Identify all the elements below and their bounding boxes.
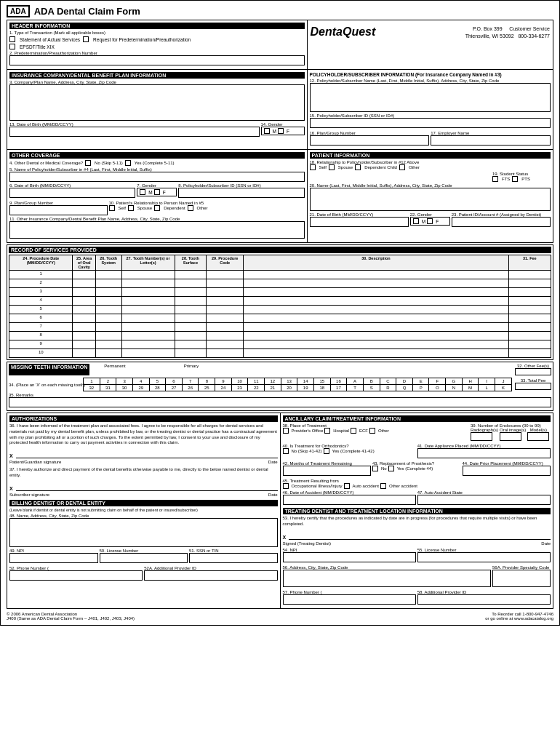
row8-area[interactable]	[73, 332, 95, 340]
row1-tooth[interactable]	[121, 271, 175, 279]
tooth-upper-9[interactable]: 9	[215, 378, 232, 385]
field22-f-check[interactable]	[427, 218, 433, 224]
pat-spouse-check[interactable]	[329, 164, 335, 170]
row4-description[interactable]	[244, 297, 508, 306]
tooth-lower-26[interactable]: 26	[182, 385, 199, 391]
field52a-input[interactable]	[144, 570, 277, 581]
row1-description[interactable]	[244, 271, 508, 279]
rel-self-check[interactable]	[109, 205, 115, 211]
tooth-upper-1[interactable]: 1	[84, 378, 100, 385]
tooth-lower-19[interactable]: 19	[297, 385, 314, 391]
field58-input[interactable]	[417, 594, 551, 605]
row10-code[interactable]	[207, 349, 244, 358]
checkbox-epsdt[interactable]	[9, 44, 15, 49]
tooth-upper-E[interactable]: E	[412, 378, 429, 385]
row5-tooth[interactable]	[121, 306, 175, 314]
tooth-upper-B[interactable]: B	[363, 378, 380, 385]
tooth-upper-11[interactable]: 11	[248, 378, 265, 385]
field48-input[interactable]	[9, 518, 278, 547]
field7-m-check[interactable]	[140, 189, 145, 195]
field7-f-check[interactable]	[154, 189, 160, 195]
row3-tooth[interactable]	[121, 288, 175, 297]
tooth-lower-28[interactable]: 28	[149, 385, 166, 391]
row5-system[interactable]	[95, 306, 121, 314]
row6-area[interactable]	[73, 314, 95, 323]
row2-date[interactable]: 2	[9, 279, 73, 288]
row9-fee[interactable]	[508, 340, 551, 349]
tooth-lower-S[interactable]: S	[363, 385, 380, 391]
row5-area[interactable]	[73, 306, 95, 314]
table-row[interactable]: 9	[9, 340, 551, 349]
row2-area[interactable]	[73, 279, 95, 288]
tooth-lower-N[interactable]: N	[446, 385, 463, 391]
field47-input[interactable]	[417, 495, 551, 505]
tooth-lower-31[interactable]: 31	[100, 385, 116, 391]
tooth-upper-J[interactable]: J	[495, 378, 512, 385]
row7-description[interactable]	[244, 323, 508, 332]
field3-input[interactable]	[9, 84, 305, 121]
field39-models-input[interactable]	[527, 432, 549, 441]
row8-tooth[interactable]	[121, 332, 175, 340]
field22-m-check[interactable]	[413, 218, 419, 224]
tooth-lower-K[interactable]: K	[495, 385, 512, 391]
field50-input[interactable]	[100, 553, 188, 563]
tooth-upper-12[interactable]: 12	[265, 378, 281, 385]
table-row[interactable]: 1	[9, 271, 551, 279]
row2-system[interactable]	[95, 279, 121, 288]
row9-description[interactable]	[244, 340, 508, 349]
field54-input[interactable]	[283, 552, 416, 562]
tooth-lower-21[interactable]: 21	[265, 385, 281, 391]
row6-surface[interactable]	[175, 314, 207, 323]
field12-input[interactable]	[310, 83, 551, 112]
tooth-lower-25[interactable]: 25	[199, 385, 215, 391]
tooth-lower-17[interactable]: 17	[330, 385, 347, 391]
field55-input[interactable]	[417, 552, 551, 562]
ortho-no-check[interactable]	[283, 448, 289, 454]
tooth-upper-4[interactable]: 4	[132, 378, 149, 385]
tooth-upper-13[interactable]: 13	[281, 378, 297, 385]
field56-input[interactable]	[283, 570, 492, 587]
tooth-upper-C[interactable]: C	[380, 378, 396, 385]
row8-fee[interactable]	[508, 332, 551, 340]
ortho-yes-check[interactable]	[324, 448, 329, 454]
table-row[interactable]: 8	[9, 332, 551, 340]
row7-surface[interactable]	[175, 323, 207, 332]
tooth-upper-8[interactable]: 8	[199, 378, 215, 385]
row8-code[interactable]	[207, 332, 244, 340]
fts-check[interactable]	[492, 176, 498, 182]
tooth-upper-H[interactable]: H	[462, 378, 479, 385]
field9-input[interactable]	[9, 205, 108, 215]
field20-input[interactable]	[310, 188, 551, 211]
tooth-upper-14[interactable]: 14	[297, 378, 314, 385]
prosth-no-check[interactable]	[372, 466, 378, 471]
row7-fee[interactable]	[508, 323, 551, 332]
table-row[interactable]: 7	[9, 323, 551, 332]
row2-code[interactable]	[207, 279, 244, 288]
row5-code[interactable]	[207, 306, 244, 314]
row3-area[interactable]	[73, 288, 95, 297]
tooth-lower-R[interactable]: R	[380, 385, 396, 391]
field49-input[interactable]	[9, 553, 98, 563]
gender-m-check[interactable]	[264, 128, 270, 134]
field5-input[interactable]	[9, 172, 305, 182]
row6-tooth[interactable]	[121, 314, 175, 323]
tooth-lower-O[interactable]: O	[429, 385, 446, 391]
field51-input[interactable]	[189, 553, 278, 563]
field32-input[interactable]	[515, 368, 551, 375]
tooth-upper-3[interactable]: 3	[116, 378, 133, 385]
tooth-upper-7[interactable]: 7	[182, 378, 199, 385]
tooth-lower-20[interactable]: 20	[281, 385, 297, 391]
row8-description[interactable]	[244, 332, 508, 340]
occ-check[interactable]	[283, 483, 289, 489]
field56a-input[interactable]	[492, 570, 551, 587]
row7-date[interactable]: 7	[9, 323, 73, 332]
field17-input[interactable]	[431, 135, 551, 146]
row1-fee[interactable]	[508, 271, 551, 279]
row8-system[interactable]	[95, 332, 121, 340]
tooth-lower-27[interactable]: 27	[166, 385, 183, 391]
row4-date[interactable]: 4	[9, 297, 73, 306]
checkbox-request[interactable]	[83, 36, 89, 42]
row10-fee[interactable]	[508, 349, 551, 358]
auto-check[interactable]	[344, 483, 350, 489]
row1-code[interactable]	[207, 271, 244, 279]
